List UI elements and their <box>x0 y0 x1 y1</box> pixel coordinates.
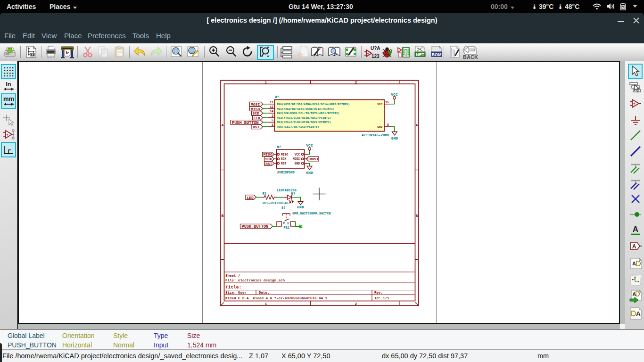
svg-text:RST: RST <box>253 125 260 129</box>
svg-text:Id: 1/1: Id: 1/1 <box>374 296 389 300</box>
svg-text:GND: GND <box>377 125 382 129</box>
svg-text:NET: NET <box>416 52 425 57</box>
svg-text:U?A: U?A <box>371 46 380 51</box>
svg-text:+: + <box>367 51 369 56</box>
svg-text:RST: RST <box>281 162 287 165</box>
svg-text:Date:: Date: <box>259 291 270 295</box>
svg-text:GND: GND <box>297 205 304 209</box>
svg-text:MISO: MISO <box>264 152 272 156</box>
svg-text:Sheet /: Sheet / <box>225 274 240 278</box>
svg-text:MISO: MISO <box>281 153 288 156</box>
svg-text:12: 12 <box>270 106 273 109</box>
svg-text:GND: GND <box>391 136 398 140</box>
svg-text:N?: N? <box>277 145 281 149</box>
svg-text:+: + <box>633 101 636 106</box>
svg-text:PB1(MISO/DO/AIN1/OC0B/OC1A/PCI: PB1(MISO/DO/AIN1/OC0B/OC1A/PCINT1) <box>277 107 334 111</box>
svg-text:PB2(SCK/USCK/SCL/T0/INT0/ADC1/: PB2(SCK/USCK/SCL/T0/INT0/ADC1/PCINT2) <box>277 112 339 115</box>
svg-text:A: A <box>632 261 636 266</box>
svg-text:A: A <box>636 310 641 317</box>
svg-text:P 5: P 5 <box>283 222 289 225</box>
svg-text:MOSI: MOSI <box>251 102 260 107</box>
svg-text:A: A <box>221 123 223 127</box>
svg-text:In: In <box>6 81 11 88</box>
svg-text:R?: R? <box>263 192 266 196</box>
svg-text:S?: S? <box>281 206 285 210</box>
svg-text:U?: U? <box>275 95 280 99</box>
svg-text:Size: User: Size: User <box>225 291 247 295</box>
svg-text:2: 2 <box>272 115 273 118</box>
svg-text:1: 1 <box>265 302 267 306</box>
svg-text:VCC: VCC <box>306 143 313 148</box>
svg-text:RES-US1206FAB: RES-US1206FAB <box>263 201 289 205</box>
svg-text:A: A <box>633 225 638 234</box>
svg-text:GND: GND <box>306 171 313 175</box>
svg-text:14: 14 <box>270 110 273 113</box>
svg-text:PB4(XTAL2/CLKO/OC1B/ADC2/PCINT: PB4(XTAL2/CLKO/OC1B/ADC2/PCINT4) <box>277 121 331 124</box>
svg-text:1: 1 <box>272 123 273 127</box>
svg-text:PB3(XTAL1/CLKI/OC1B/ADC3/PCINT: PB3(XTAL1/CLKI/OC1B/ADC3/PCINT3) <box>277 116 331 120</box>
svg-text:SCK: SCK <box>253 111 260 115</box>
svg-text:KiCad E.D.A. kicad 4.0.7-e2-6: KiCad E.D.A. kicad 4.0.7-e2-6376558ubunt… <box>225 296 328 300</box>
svg-text:SCK: SCK <box>265 157 272 161</box>
svg-text:A: A <box>632 292 636 297</box>
svg-text:LED: LED <box>247 196 254 200</box>
svg-text:mm: mm <box>3 95 14 102</box>
svg-text:Title:: Title: <box>225 285 241 290</box>
svg-text:6MM_SWITCH6MM_SWITCH: 6MM_SWITCH6MM_SWITCH <box>292 212 331 215</box>
svg-text:VCC: VCC <box>377 103 382 106</box>
svg-text:123: 123 <box>372 54 380 59</box>
svg-text:15: 15 <box>385 101 389 104</box>
svg-text:8: 8 <box>387 123 389 127</box>
svg-text:11: 11 <box>270 101 273 104</box>
svg-text:A: A <box>416 123 418 127</box>
svg-text:VCC: VCC <box>391 92 398 97</box>
svg-text:Rev:: Rev: <box>374 291 383 295</box>
svg-text:AVRISPSMD: AVRISPSMD <box>277 171 295 174</box>
svg-text:P&1: P&1 <box>284 226 290 230</box>
svg-text:B: B <box>221 214 223 218</box>
svg-text:+: + <box>6 132 8 137</box>
svg-text:VCC: VCC <box>295 153 300 156</box>
svg-text:2: 2 <box>355 80 357 84</box>
svg-text:PUSH_BUTTON: PUSH_BUTTON <box>242 224 269 229</box>
svg-text:ATTINY45-20MU: ATTINY45-20MU <box>362 133 389 137</box>
svg-text:PB5(RESET/dW/ADC0/PCINT5): PB5(RESET/dW/ADC0/PCINT5) <box>277 125 319 129</box>
svg-text:GND: GND <box>295 162 300 165</box>
svg-text:BOM: BOM <box>432 52 442 57</box>
svg-text:1: 1 <box>265 80 267 84</box>
svg-text:A: A <box>632 243 636 250</box>
svg-text:File: electronics design.sch: File: electronics design.sch <box>225 279 285 282</box>
svg-text:PB0(MOSI/DI/SDA/AIN0/OC0A/OC1A: PB0(MOSI/DI/SDA/AIN0/OC0A/OC1A/AREF/PCIN… <box>277 103 350 106</box>
svg-text:MISO: MISO <box>251 107 260 111</box>
svg-text:B: B <box>416 214 418 218</box>
svg-text:RST: RST <box>265 162 272 166</box>
svg-text:SCK: SCK <box>281 157 287 161</box>
svg-text:MOSI: MOSI <box>310 157 319 161</box>
svg-text:5: 5 <box>272 119 273 122</box>
svg-text:MOSI: MOSI <box>293 157 300 161</box>
svg-text:BACK: BACK <box>463 54 478 59</box>
svg-text:LED: LED <box>254 116 261 120</box>
svg-text:2: 2 <box>355 302 357 306</box>
